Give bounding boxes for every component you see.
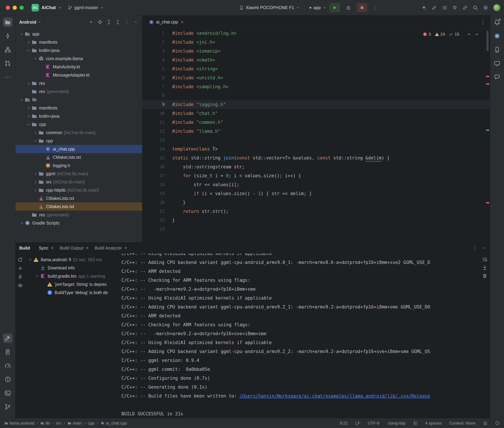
tree-item[interactable]: MainActivity.kt [16,63,142,71]
device-manager-button[interactable] [492,45,502,54]
code-editor[interactable]: 1#include <android/log.h>2#include <jni.… [142,29,490,242]
code-line[interactable]: 8 [142,91,490,100]
run-button[interactable] [329,3,340,12]
tree-item[interactable]: ›manifests [16,38,142,46]
add-icon[interactable]: + [87,18,95,26]
tree-chevron-icon[interactable]: › [28,257,33,263]
tree-chevron-icon[interactable]: › [26,48,31,53]
code-line[interactable]: 9#include "logging.h" [142,100,490,109]
tree-item[interactable]: MessageAdapter.kt [16,71,142,79]
tree-item[interactable]: CMakeLists.txt [16,153,142,161]
scrollbar-thumb[interactable] [487,31,488,51]
build-tab-build-analyzer[interactable]: Build Analyzer× [92,243,130,254]
editor-tab-ai-chat-cpp[interactable]: ai_chat.cpp × [146,16,186,29]
tree-chevron-icon[interactable]: › [26,114,32,119]
code-line[interactable]: 5#include <string> [142,64,490,73]
stop-build-icon[interactable] [18,266,23,271]
structure-tool-button[interactable] [3,45,13,54]
context-widget[interactable]: Context: None [449,421,476,426]
vcs-branch-selector[interactable]: ggml-master [68,5,104,10]
encoding-widget[interactable]: UTF-8 [368,421,379,426]
previous-problem-icon[interactable] [467,32,471,36]
code-line[interactable]: 16 std::ostringstream str; [142,162,490,171]
code-line[interactable]: 13 [142,136,490,145]
error-count[interactable]: 3 [423,30,431,39]
breadcrumb-item[interactable]: llama.android [4,421,34,426]
filter-eye-icon[interactable] [18,283,23,288]
tree-chevron-icon[interactable]: › [26,40,32,45]
tree-item[interactable]: ›cpp [16,120,142,128]
plugins-icon[interactable] [452,5,457,10]
stop-button[interactable] [357,3,367,12]
find-icon[interactable] [432,5,437,10]
logcat-tool-button[interactable] [3,347,13,357]
tree-item[interactable]: Download info [25,264,119,272]
more-run-actions-icon[interactable]: ⋮ [370,5,379,11]
settings-gear-icon[interactable] [483,5,488,10]
device-mirror-icon[interactable] [462,5,468,10]
tree-item[interactable]: ›llama.android: fi22 sec, 583 ms [25,255,119,264]
code-line[interactable]: 12#include "llama.h" [142,127,490,136]
minimize-window-button[interactable] [13,6,17,10]
code-line[interactable]: 20 } [142,198,490,207]
zoom-window-button[interactable] [19,6,24,10]
vcs-stripe-mark[interactable] [486,130,489,131]
project-selector[interactable]: AC AiChat [32,4,62,11]
commit-tool-button[interactable] [3,31,13,41]
warning-count[interactable]: 24 [435,30,445,39]
tree-item[interactable]: res(generated) [16,87,142,96]
notifications-button[interactable] [492,17,502,27]
running-devices-button[interactable] [492,58,502,68]
error-stripe-mark[interactable] [486,202,489,204]
tree-item[interactable]: ›kotlin+java [16,112,142,120]
code-line[interactable]: 6#include <unistd.h> [142,73,490,82]
project-tool-button[interactable] [3,17,13,27]
code-line[interactable]: 17 for (size_t i = 0; i < values.size();… [142,171,490,180]
tree-chevron-icon[interactable]: › [26,121,31,127]
code-line[interactable]: 19 if (i < values.size() - 1) { str << d… [142,189,490,198]
device-selector[interactable]: Xiaomi POCOPHONE F1 [239,5,299,10]
project-view-selector[interactable]: Android [19,19,36,25]
tree-chevron-icon[interactable]: › [33,188,38,193]
code-line[interactable]: 21 return str.str(); [142,207,490,216]
tree-chevron-icon[interactable]: › [19,220,25,226]
next-problem-icon[interactable] [475,32,479,36]
tree-chevron-icon[interactable]: › [33,171,38,176]
close-tab-icon[interactable]: × [51,245,53,251]
select-opened-file-icon[interactable] [96,18,104,26]
tree-item[interactable]: CMakeLists.txt [16,194,142,202]
code-line[interactable]: 22} [142,216,490,225]
tree-item[interactable]: ›cpp [16,137,142,145]
clear-console-icon[interactable] [482,273,487,279]
inspection-status-icon[interactable] [495,421,500,425]
ai-assistant-icon[interactable] [421,5,427,10]
tree-chevron-icon[interactable]: › [33,56,38,61]
code-line[interactable]: 18 str << values[i]; [142,180,490,189]
debug-button[interactable] [343,3,354,12]
tree-item[interactable]: ›common[AiChat.lib.main] [16,128,142,137]
tree-item[interactable]: ›build.gradle.ktsapp 1 warning [25,272,119,280]
tree-item[interactable]: ›lib [16,96,142,104]
breadcrumb-item[interactable]: src [56,421,61,426]
collapse-all-icon[interactable] [114,18,122,26]
code-line[interactable]: 14template<class T> [142,145,490,153]
code-line[interactable]: 2#include <jni.h> [142,38,490,47]
tree-chevron-icon[interactable]: › [33,138,38,144]
pull-requests-tool-button[interactable] [3,58,13,68]
breadcrumb-item[interactable]: cpp [88,421,94,426]
build-tab-build-output[interactable]: Build Output× [57,243,92,254]
tree-item[interactable]: ›app [16,30,142,38]
tree-item[interactable]: ›manifests [16,104,142,112]
tree-chevron-icon[interactable]: › [35,273,40,279]
search-everywhere-icon[interactable] [473,5,478,10]
lock-icon[interactable] [483,421,487,425]
tree-item[interactable]: ›Gradle Scripts [16,219,142,227]
editor-options-kebab-icon[interactable]: ⋮ [480,19,486,25]
terminal-tool-button[interactable] [3,388,13,398]
app-insights-button[interactable] [492,72,502,82]
tree-item[interactable]: logging.h [16,161,142,170]
expand-all-icon[interactable] [105,18,113,26]
close-tab-icon[interactable]: × [181,19,183,25]
tree-chevron-icon[interactable]: › [33,130,38,135]
options-kebab-icon[interactable]: ⋮ [123,18,130,26]
